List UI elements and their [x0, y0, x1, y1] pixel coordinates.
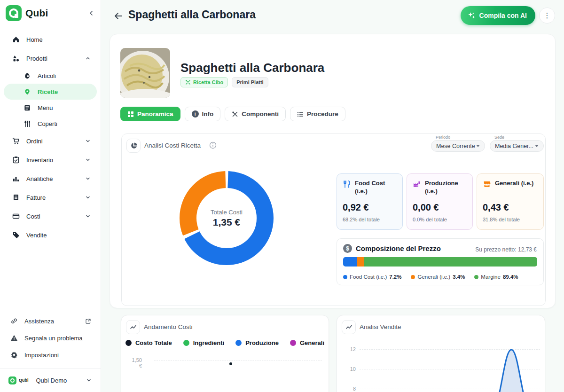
egg-icon — [24, 72, 31, 79]
sidebar-item-vendite[interactable]: Vendite — [0, 226, 101, 244]
periodo-select[interactable]: Mese Corrente — [431, 140, 485, 152]
sidebar-footer: Assistenza Segnala un problema Impostazi… — [0, 313, 101, 391]
sidebar-item-segnala-problema[interactable]: Segnala un problema — [0, 329, 101, 346]
cutlery-icon — [24, 120, 31, 127]
stat-card-title: Food Cost (i.e.) — [355, 180, 397, 196]
legend-item: Ingredienti — [183, 339, 224, 346]
stat-card-value: 0,92 € — [343, 202, 369, 213]
numbered-list-icon — [297, 111, 304, 118]
bar-segment — [343, 257, 357, 267]
app-logo-text: Qubi — [25, 8, 48, 19]
external-link-icon — [85, 318, 91, 324]
recipe-tabs: Panoramica i Info Componenti Procedure — [120, 107, 345, 121]
legend-item: Generali (i.e.) 3.4% — [411, 274, 465, 280]
crossed-utensils-icon — [232, 111, 238, 118]
invoice-icon — [12, 194, 20, 201]
legend-dot — [290, 340, 296, 346]
fork-knife-icon — [343, 180, 351, 188]
tab-info[interactable]: i Info — [185, 107, 221, 121]
page-title: Spaghetti alla Carbonara — [128, 8, 256, 21]
periodo-label: Periodo — [436, 135, 450, 140]
sidebar-item-ordini[interactable]: Ordini — [0, 132, 101, 150]
cost-trend-legend: Costo Totale Ingredienti Produzione Gene… — [121, 339, 329, 346]
ai-button-label: Compila con AI — [479, 12, 527, 19]
sidebar-item-ricette[interactable]: Ricette — [4, 84, 97, 100]
price-composition-legend: Food Cost (i.e.) 7.2% Generali (i.e.) 3.… — [343, 274, 518, 280]
net-price-note: Su prezzo netto: 12,73 € — [475, 246, 537, 253]
sidebar-item-inventario[interactable]: Inventario — [0, 150, 101, 169]
bar-chart-icon — [12, 175, 20, 182]
sidebar-item-costi[interactable]: Costi — [0, 207, 101, 226]
chevron-down-icon — [86, 176, 90, 181]
back-button[interactable] — [112, 10, 125, 22]
home-icon — [12, 36, 20, 43]
gridline — [360, 389, 540, 389]
workspace-name: Qubi Demo — [36, 377, 83, 384]
legend-item: Margine 89.4% — [474, 274, 518, 280]
menu-book-icon — [24, 104, 31, 111]
chevron-down-icon — [535, 145, 539, 147]
legend-label: Margine — [481, 274, 501, 280]
sidebar-item-label: Inventario — [26, 157, 79, 164]
legend-item: Produzione — [235, 339, 279, 346]
sidebar-item-label: Analitiche — [26, 175, 79, 182]
tab-componenti[interactable]: Componenti — [225, 107, 286, 121]
y-axis-tick: 12 — [342, 346, 356, 352]
warning-icon — [10, 334, 18, 342]
legend-dot — [125, 340, 132, 346]
cart-icon — [12, 137, 20, 145]
store-icon — [483, 180, 491, 188]
legend-pct: 89.4% — [503, 274, 518, 280]
sidebar-item-menu[interactable]: Menu — [0, 100, 101, 116]
sidebar-item-label: Menu — [38, 104, 90, 111]
sidebar-collapse-button[interactable] — [86, 8, 97, 19]
stat-card-value: 0,00 € — [413, 202, 439, 213]
workspace-logo-icon — [8, 376, 16, 384]
sidebar-divider — [0, 368, 101, 368]
tab-panoramica[interactable]: Panoramica — [120, 107, 180, 121]
recipe-badges: Ricetta Cibo Primi Piatti — [180, 77, 268, 87]
info-circle-icon[interactable] — [209, 141, 217, 149]
sidebar-item-coperti[interactable]: Coperti — [0, 116, 101, 132]
cost-trend-title: Andamento Costi — [144, 323, 193, 330]
legend-pct: 7.2% — [389, 274, 401, 280]
pie-chart-icon — [126, 139, 141, 153]
sidebar-item-label: Fatture — [26, 194, 79, 201]
sidebar-item-assistenza[interactable]: Assistenza — [0, 313, 101, 329]
tab-label: Procedure — [307, 110, 338, 118]
sidebar-item-articoli[interactable]: Articoli — [0, 68, 101, 84]
shapes-icon — [12, 55, 20, 62]
tab-procedure[interactable]: Procedure — [290, 107, 345, 121]
legend-label: Produzione — [245, 339, 279, 346]
stat-card-produzione: Produzione (i.e.) 0,00 € 0.0% del totale — [407, 173, 473, 230]
app-logo: Qubi — [6, 4, 95, 23]
chevron-down-icon — [86, 378, 91, 383]
sparkles-icon — [467, 11, 476, 20]
chevron-left-icon — [88, 10, 94, 16]
sidebar-item-home[interactable]: Home — [0, 30, 101, 49]
price-composition-card: $ Composizione del Prezzo Su prezzo nett… — [337, 238, 544, 285]
more-options-button[interactable]: ⋮ — [539, 8, 555, 24]
compila-con-ai-button[interactable]: Compila con AI — [461, 6, 535, 25]
gridline — [360, 349, 540, 350]
sede-value: Media Gener... — [495, 143, 533, 149]
sales-analysis-title: Analisi Vendite — [360, 323, 401, 330]
workspace-logo-word: Qubi — [19, 378, 29, 383]
trend-icon — [126, 320, 140, 334]
workspace-switcher[interactable]: Qubi Qubi Demo — [0, 369, 101, 391]
sidebar-item-fatture[interactable]: Fatture — [0, 188, 101, 207]
sidebar-item-impostazioni[interactable]: Impostazioni — [0, 346, 101, 363]
gear-icon — [10, 351, 18, 359]
sidebar-item-label: Prodotti — [26, 55, 79, 62]
sidebar-item-label: Ordini — [26, 138, 79, 145]
sidebar-item-prodotti[interactable]: Prodotti — [0, 49, 101, 68]
legend-item: Costo Totale — [125, 339, 172, 346]
factory-icon — [413, 180, 421, 188]
sede-select[interactable]: Media Gener... — [490, 140, 544, 152]
sidebar-item-label: Impostazioni — [24, 352, 91, 359]
gridline — [360, 369, 540, 369]
sidebar-item-analitiche[interactable]: Analitiche — [0, 169, 101, 188]
recipe-title: Spaghetti alla Carbonara — [180, 61, 324, 75]
stat-card-subtitle: 68.2% del totale — [343, 217, 380, 222]
trend-icon — [342, 320, 356, 334]
